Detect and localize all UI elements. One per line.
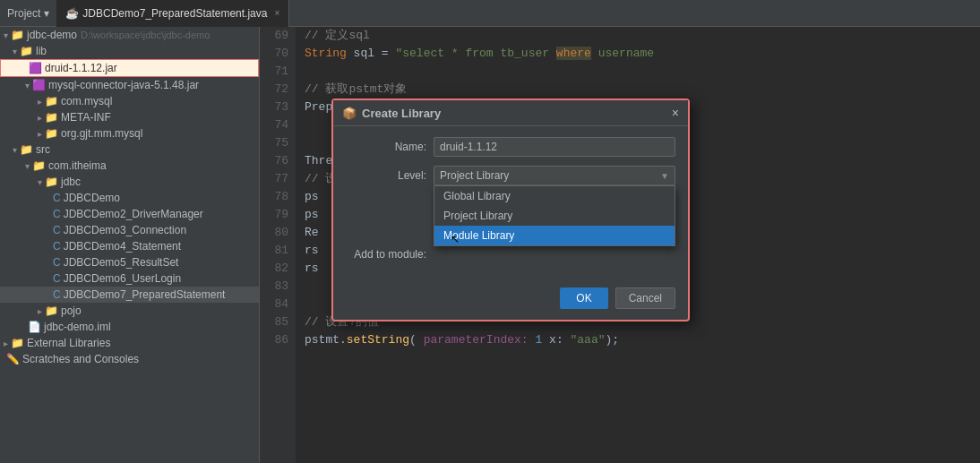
level-label: Level:: [346, 169, 426, 182]
folder-icon: 📁: [45, 111, 58, 124]
dropdown-arrow-icon: ▾: [44, 7, 49, 20]
tree-label: lib: [36, 45, 47, 57]
line-numbers: 69 70 71 72 73 74 75 76 77 78 79 80 81 8…: [260, 27, 296, 463]
tree-item-mysql-jar[interactable]: ▾ 🟪 mysql-connector-java-5.1.48.jar: [0, 77, 259, 93]
tree-label: Scratches and Consoles: [22, 353, 139, 365]
code-line-70: String sql = "select * from tb_user wher…: [305, 45, 980, 63]
code-line-72: // 获取pstmt对象: [305, 81, 980, 99]
level-select-container: Project Library ▼ Global Library Project…: [434, 166, 675, 185]
tree-item-src[interactable]: ▾ 📁 src: [0, 141, 259, 158]
tree-label: pojo: [61, 304, 82, 317]
tree-label: External Libraries: [27, 337, 110, 349]
tree-item-jdbc-folder[interactable]: ▾ 📁 jdbc: [0, 174, 259, 190]
folder-icon: 📁: [11, 29, 24, 41]
tree-label: META-INF: [61, 111, 111, 124]
folder-icon: 📁: [20, 143, 33, 156]
tree-item-jdbcdemo2[interactable]: C JDBCDemo2_DriverManager: [0, 206, 259, 222]
class-icon: C: [53, 288, 61, 301]
folder-icon: 📁: [45, 95, 58, 107]
title-bar: Project ▾ ☕ JDBCDemo7_PreparedStatement.…: [0, 0, 980, 27]
folder-icon: ✏️: [6, 353, 20, 365]
tab-close-icon[interactable]: ×: [274, 8, 279, 18]
folder-icon: 📁: [45, 304, 58, 317]
tree-item-jdbcdemo[interactable]: C JDBCDemo: [0, 190, 259, 206]
arrow-icon: ▾: [25, 81, 30, 90]
dialog-footer: OK Cancel: [333, 280, 688, 320]
tree-item-scratches[interactable]: ✏️ Scratches and Consoles: [0, 351, 259, 367]
arrow-icon: ▾: [4, 30, 8, 40]
folder-icon: 📁: [11, 337, 24, 349]
ok-button[interactable]: OK: [560, 287, 607, 309]
tree-item-org-gjt[interactable]: ▸ 📁 org.gjt.mm.mysql: [0, 125, 259, 141]
library-icon: 📦: [342, 107, 357, 120]
class-icon: C: [53, 208, 61, 220]
tree-label: JDBCDemo: [64, 192, 120, 204]
tree-item-com-itheima[interactable]: ▾ 📁 com.itheima: [0, 158, 259, 174]
tree-label: jdbc: [61, 176, 81, 188]
tree-label: JDBCDemo4_Statement: [64, 240, 181, 253]
tree-item-lib[interactable]: ▾ 📁 lib: [0, 43, 259, 59]
code-line-86: pstmt.setString( parameterIndex: 1 x: "a…: [305, 331, 980, 349]
dialog-title-text: Create Library: [362, 107, 441, 120]
tree-item-com-mysql[interactable]: ▸ 📁 com.mysql: [0, 93, 259, 109]
dialog-close-button[interactable]: ×: [672, 106, 679, 120]
dropdown-item-module[interactable]: Module Library ↖: [434, 226, 675, 245]
tree-item-jdbc-demo[interactable]: ▾ 📁 jdbc-demo D:\workspace\jdbc\jdbc-dem…: [0, 27, 259, 43]
tree-item-jdbcdemo4[interactable]: C JDBCDemo4_Statement: [0, 238, 259, 254]
level-row: Level: Project Library ▼ Global Library …: [346, 166, 675, 185]
class-icon: C: [53, 256, 61, 269]
code-editor: 69 70 71 72 73 74 75 76 77 78 79 80 81 8…: [260, 27, 980, 463]
arrow-icon: ▾: [13, 145, 17, 155]
tree-item-jdbcdemo7[interactable]: C JDBCDemo7_PreparedStatement: [0, 287, 259, 303]
arrow-icon: ▸: [38, 113, 42, 123]
cancel-button[interactable]: Cancel: [615, 287, 675, 309]
folder-icon: 📁: [20, 45, 33, 57]
editor-tabs: ☕ JDBCDemo7_PreparedStatement.java ×: [56, 0, 973, 27]
jar-icon: 🟪: [32, 79, 46, 91]
tree-item-iml[interactable]: 📄 jdbc-demo.iml: [0, 319, 259, 335]
project-label: Project: [7, 7, 40, 20]
create-library-dialog: 📦 Create Library × Name: Level:: [331, 99, 690, 322]
tree-label: jdbc-demo.iml: [44, 321, 111, 333]
tree-item-jdbcdemo6[interactable]: C JDBCDemo6_UserLogin: [0, 270, 259, 287]
tree-item-external-libs[interactable]: ▸ 📁 External Libraries: [0, 335, 259, 351]
code-line-69: // 定义sql: [305, 27, 980, 45]
arrow-icon: ▸: [38, 97, 42, 107]
tree-label: jdbc-demo: [27, 29, 77, 41]
tree-item-pojo[interactable]: ▸ 📁 pojo: [0, 303, 259, 319]
tree-label: com.itheima: [48, 159, 107, 172]
tree-label: JDBCDemo3_Connection: [64, 224, 186, 236]
dialog-title-bar: 📦 Create Library ×: [333, 100, 688, 126]
tree-label: mysql-connector-java-5.1.48.jar: [48, 79, 199, 91]
add-to-module-label: Add to module:: [346, 248, 426, 261]
tree-label: org.gjt.mm.mysql: [61, 127, 142, 140]
name-label: Name:: [346, 141, 426, 153]
level-dropdown-menu: Global Library Project Library Module Li…: [434, 185, 675, 246]
main-layout: ▾ 📁 jdbc-demo D:\workspace\jdbc\jdbc-dem…: [0, 27, 980, 463]
add-to-module-row: Add to module:: [346, 248, 675, 261]
dropdown-item-project[interactable]: Project Library: [434, 206, 675, 226]
editor-tab-active[interactable]: ☕ JDBCDemo7_PreparedStatement.java ×: [56, 0, 289, 27]
name-input[interactable]: [434, 137, 675, 157]
project-header: Project ▾: [7, 7, 49, 20]
jar-icon: 🟪: [29, 62, 42, 74]
folder-icon: 📁: [45, 127, 58, 140]
level-select-button[interactable]: Project Library ▼: [434, 166, 675, 185]
dropdown-item-global[interactable]: Global Library: [434, 186, 675, 206]
tab-label: JDBCDemo7_PreparedStatement.java: [82, 7, 267, 20]
mouse-cursor-icon: ↖: [451, 233, 461, 244]
tree-label: src: [36, 143, 50, 156]
tree-label: druid-1.1.12.jar: [45, 62, 117, 74]
tree-label: JDBCDemo2_DriverManager: [64, 208, 203, 220]
tree-item-druid-jar[interactable]: 🟪 druid-1.1.12.jar: [0, 59, 259, 77]
tree-label: JDBCDemo6_UserLogin: [64, 272, 181, 285]
tree-item-jdbcdemo5[interactable]: C JDBCDemo5_ResultSet: [0, 254, 259, 270]
tree-item-jdbcdemo3[interactable]: C JDBCDemo3_Connection: [0, 222, 259, 238]
tree-label: JDBCDemo7_PreparedStatement: [64, 288, 226, 301]
class-icon: C: [53, 240, 61, 253]
dropdown-arrow-icon: ▼: [660, 171, 669, 181]
level-selected-value: Project Library: [440, 169, 509, 182]
file-icon: 📄: [28, 321, 41, 333]
tree-item-meta-inf[interactable]: ▸ 📁 META-INF: [0, 109, 259, 125]
class-icon: C: [53, 224, 61, 236]
